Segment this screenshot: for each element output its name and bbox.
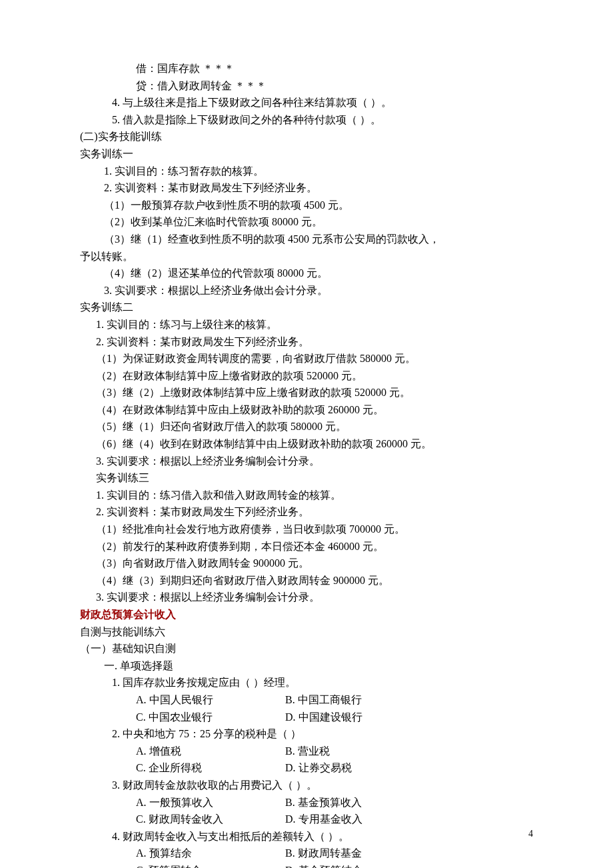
exercise-1-title: 实务训练一	[80, 145, 533, 163]
exercise-2-item-5: （5）继（1）归还向省财政厅借入的款项 580000 元。	[96, 418, 533, 435]
option-2a: A. 增值税	[136, 743, 283, 760]
question-2-options-row1: A. 增值税 B. 营业税	[136, 743, 533, 760]
option-3a: A. 一般预算收入	[136, 794, 283, 811]
single-choice-heading: 一. 单项选择题	[104, 657, 533, 675]
exercise-1-item-3b: 予以转账。	[80, 248, 533, 265]
option-2b: B. 营业税	[285, 745, 330, 757]
self-test-6-heading: 自测与技能训练六	[80, 623, 533, 641]
exercise-3-title: 实务训练三	[96, 469, 533, 487]
question-2: 2. 中央和地方 75：25 分享的税种是（ ）	[112, 725, 533, 743]
exercise-3-material: 2. 实训资料：某市财政局发生下列经济业务。	[96, 503, 533, 521]
option-4b: B. 财政周转基金	[285, 847, 362, 859]
page-number: 4	[528, 827, 533, 841]
exercise-2-item-4: （4）在财政体制结算中应由上级财政补助的款项 260000 元。	[96, 401, 533, 419]
exercise-1-requirement: 3. 实训要求：根据以上经济业务做出会计分录。	[104, 282, 533, 299]
option-4c: C. 预算周转金	[136, 862, 283, 868]
option-2c: C. 企业所得税	[136, 759, 283, 777]
tf-question-5: 5. 借入款是指除上下级财政间之外的各种待付款项（ ）。	[112, 111, 533, 129]
exercise-3-objective: 1. 实训目的：练习借入款和借入财政周转金的核算。	[96, 487, 533, 504]
question-1-options-row2: C. 中国农业银行 D. 中国建设银行	[136, 709, 533, 726]
exercise-2-objective: 1. 实训目的：练习与上级往来的核算。	[96, 316, 533, 333]
part-1-heading: （一）基础知识自测	[80, 640, 533, 657]
section-2-heading: (二)实务技能训练	[80, 128, 533, 145]
exercise-1-objective: 1. 实训目的：练习暂存款的核算。	[104, 163, 533, 180]
option-3d: D. 专用基金收入	[285, 813, 362, 825]
option-2d: D. 让券交易税	[285, 762, 352, 773]
exercise-3-item-2: （2）前发行的某种政府债券到期，本日偿还本金 460000 元。	[96, 538, 533, 555]
exercise-2-title: 实务训练二	[80, 299, 533, 316]
option-4d: D. 基金预算结余	[285, 865, 362, 868]
exercise-2-requirement: 3. 实训要求：根据以上经济业务编制会计分录。	[96, 453, 533, 470]
exercise-3-item-3: （3）向省财政厅借入财政周转金 900000 元。	[96, 555, 533, 572]
option-1c: C. 中国农业银行	[136, 709, 283, 726]
exercise-3-item-1: （1）经批准向社会发行地方政府债券，当日收到款项 700000 元。	[96, 521, 533, 538]
question-4-options-row1: A. 预算结余 B. 财政周转基金	[136, 845, 533, 862]
question-1: 1. 国库存款业务按规定应由（ ）经理。	[112, 674, 533, 691]
option-3b: B. 基金预算收入	[285, 797, 362, 808]
exercise-2-material: 2. 实训资料：某市财政局发生下列经济业务。	[96, 333, 533, 351]
exercise-2-item-1: （1）为保证财政资金周转调度的需要，向省财政厅借款 580000 元。	[96, 350, 533, 367]
exercise-2-item-3: （3）继（2）上缴财政体制结算中应上缴省财政的款项 520000 元。	[96, 384, 533, 401]
exercise-3-requirement: 3. 实训要求：根据以上经济业务编制会计分录。	[96, 589, 533, 606]
journal-debit: 借：国库存款 ＊＊＊	[136, 60, 533, 77]
option-3c: C. 财政周转金收入	[136, 811, 283, 828]
question-3: 3. 财政周转金放款收取的占用费记入（ ）。	[112, 777, 533, 794]
question-1-options-row1: A. 中国人民银行 B. 中国工商银行	[136, 691, 533, 709]
exercise-2-item-6: （6）继（4）收到在财政体制结算中由上级财政补助的款项 260000 元。	[96, 435, 533, 453]
exercise-3-item-4: （4）继（3）到期归还向省财政厅借入财政周转金 900000 元。	[96, 572, 533, 589]
option-1d: D. 中国建设银行	[285, 711, 362, 723]
chapter-heading: 财政总预算会计收入	[80, 606, 533, 623]
option-4a: A. 预算结余	[136, 845, 283, 862]
exercise-1-material: 2. 实训资料：某市财政局发生下列经济业务。	[104, 179, 533, 197]
option-1b: B. 中国工商银行	[285, 694, 362, 705]
exercise-2-item-2: （2）在财政体制结算中应上缴省财政的款项 520000 元。	[96, 367, 533, 385]
journal-credit: 贷：借入财政周转金 ＊＊＊	[136, 77, 533, 95]
exercise-1-item-2: （2）收到某单位汇来临时代管款项 80000 元。	[104, 213, 533, 231]
question-4-options-row2: C. 预算周转金 D. 基金预算结余	[136, 862, 533, 868]
tf-question-4: 4. 与上级往来是指上下级财政之间各种往来结算款项（ ）。	[112, 94, 533, 111]
exercise-1-item-1: （1）一般预算存款户收到性质不明的款项 4500 元。	[104, 197, 533, 214]
option-1a: A. 中国人民银行	[136, 691, 283, 709]
question-4: 4. 财政周转金收入与支出相抵后的差额转入（ ）。	[112, 828, 533, 845]
question-2-options-row2: C. 企业所得税 D. 让券交易税	[136, 759, 533, 777]
exercise-1-item-3a: （3）继（1）经查收到性质不明的款项 4500 元系市公安局的罚款收入，	[104, 231, 533, 248]
question-3-options-row1: A. 一般预算收入 B. 基金预算收入	[136, 794, 533, 811]
exercise-1-item-4: （4）继（2）退还某单位的代管款项 80000 元。	[104, 265, 533, 282]
question-3-options-row2: C. 财政周转金收入 D. 专用基金收入	[136, 811, 533, 828]
